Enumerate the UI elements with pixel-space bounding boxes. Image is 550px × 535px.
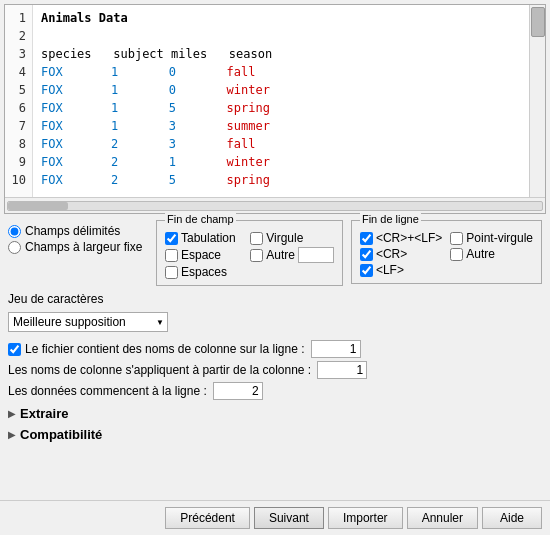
suivant-button[interactable]: Suivant bbox=[254, 507, 324, 529]
v-scrollbar-thumb[interactable] bbox=[531, 7, 545, 37]
table-row: FOX 1 0 fall bbox=[41, 63, 521, 81]
vertical-scrollbar[interactable] bbox=[529, 5, 545, 197]
precedent-button[interactable]: Précédent bbox=[165, 507, 250, 529]
table-row: FOX 2 1 winter bbox=[41, 153, 521, 171]
h-scrollbar-track[interactable] bbox=[7, 201, 543, 211]
checkbox-cr[interactable]: <CR> bbox=[360, 247, 442, 261]
checkbox-virgule-input[interactable] bbox=[250, 232, 263, 245]
charset-select-row: Meilleure supposition bbox=[8, 312, 542, 332]
charset-select[interactable]: Meilleure supposition bbox=[8, 312, 168, 332]
checkbox-tabulation[interactable]: Tabulation bbox=[165, 231, 242, 245]
checkbox-espaces[interactable]: Espaces bbox=[165, 265, 242, 279]
extraire-section[interactable]: ▶ Extraire bbox=[8, 406, 542, 421]
options-area: Champs délimités Champs à largeur fixe F… bbox=[0, 214, 550, 448]
checkbox-espace[interactable]: Espace bbox=[165, 247, 242, 263]
table-row: FOX 2 5 spring bbox=[41, 171, 521, 189]
checkbox-cr-input[interactable] bbox=[360, 248, 373, 261]
radio-delimited-input[interactable] bbox=[8, 225, 21, 238]
checkbox-virgule[interactable]: Virgule bbox=[250, 231, 334, 245]
colname-checkbox-label[interactable]: Le fichier contient des noms de colonne … bbox=[8, 342, 305, 356]
main-container: 1 2 3 4 5 6 7 8 9 10 Animals Data bbox=[0, 0, 550, 535]
checkbox-crlf[interactable]: <CR>+<LF> bbox=[360, 231, 442, 245]
checkbox-pointvirgule[interactable]: Point-virgule bbox=[450, 231, 533, 245]
table-row: FOX 1 0 winter bbox=[41, 81, 521, 99]
data-preview: 1 2 3 4 5 6 7 8 9 10 Animals Data bbox=[4, 4, 546, 214]
info-row-2: Les noms de colonne s'appliquent à parti… bbox=[8, 361, 542, 379]
checkbox-autre1-input[interactable] bbox=[250, 249, 263, 262]
info-row-1: Le fichier contient des noms de colonne … bbox=[8, 340, 542, 358]
aide-button[interactable]: Aide bbox=[482, 507, 542, 529]
radio-fixed[interactable]: Champs à largeur fixe bbox=[8, 240, 148, 254]
table-row: Animals Data bbox=[41, 9, 521, 27]
checkbox-lf-input[interactable] bbox=[360, 264, 373, 277]
colname-from-input[interactable] bbox=[317, 361, 367, 379]
compatibilite-arrow-icon: ▶ bbox=[8, 429, 16, 440]
data-content: Animals Data species subject miles seaso… bbox=[33, 5, 529, 197]
autre1-text-input[interactable] bbox=[298, 247, 334, 263]
charset-row: Jeu de caractères bbox=[8, 292, 542, 306]
table-row: FOX 2 3 fall bbox=[41, 135, 521, 153]
compatibilite-section[interactable]: ▶ Compatibilité bbox=[8, 427, 542, 442]
extraire-arrow-icon: ▶ bbox=[8, 408, 16, 419]
checkbox-pointvirgule-input[interactable] bbox=[450, 232, 463, 245]
field-type-group: Champs délimités Champs à largeur fixe bbox=[8, 224, 148, 254]
line-end-group: Fin de ligne <CR>+<LF> Point-virgule <CR… bbox=[351, 220, 542, 284]
radio-delimited[interactable]: Champs délimités bbox=[8, 224, 148, 238]
table-row bbox=[41, 27, 521, 45]
column-info: Le fichier contient des noms de colonne … bbox=[8, 340, 542, 400]
checkbox-autre2[interactable]: Autre bbox=[450, 247, 533, 261]
charset-select-wrapper[interactable]: Meilleure supposition bbox=[8, 312, 168, 332]
info-row-3: Les données commencent à la ligne : bbox=[8, 382, 542, 400]
checkbox-autre2-input[interactable] bbox=[450, 248, 463, 261]
line-numbers: 1 2 3 4 5 6 7 8 9 10 bbox=[5, 5, 33, 197]
compatibilite-label: Compatibilité bbox=[20, 427, 102, 442]
extraire-label: Extraire bbox=[20, 406, 68, 421]
horizontal-scrollbar[interactable] bbox=[5, 197, 545, 213]
data-start-input[interactable] bbox=[213, 382, 263, 400]
checkbox-lf[interactable]: <LF> bbox=[360, 263, 442, 277]
checkbox-tabulation-input[interactable] bbox=[165, 232, 178, 245]
checkbox-espace-input[interactable] bbox=[165, 249, 178, 262]
field-end-group: Fin de champ Tabulation Virgule Espace bbox=[156, 220, 343, 286]
table-row: FOX 1 5 spring bbox=[41, 99, 521, 117]
button-bar: Précédent Suivant Importer Annuler Aide bbox=[0, 500, 550, 535]
checkbox-autre1[interactable]: Autre bbox=[250, 247, 334, 263]
h-scrollbar-thumb[interactable] bbox=[8, 202, 68, 210]
radio-fixed-input[interactable] bbox=[8, 241, 21, 254]
table-row: species subject miles season bbox=[41, 45, 521, 63]
colname-line-input[interactable] bbox=[311, 340, 361, 358]
checkbox-espaces-input[interactable] bbox=[165, 266, 178, 279]
colname-checkbox-input[interactable] bbox=[8, 343, 21, 356]
checkbox-crlf-input[interactable] bbox=[360, 232, 373, 245]
table-row: FOX 1 3 summer bbox=[41, 117, 521, 135]
annuler-button[interactable]: Annuler bbox=[407, 507, 478, 529]
importer-button[interactable]: Importer bbox=[328, 507, 403, 529]
